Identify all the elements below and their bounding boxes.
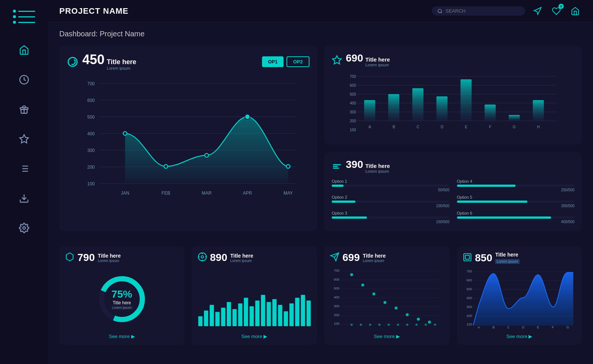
- widget2-title: Title here: [365, 56, 390, 63]
- svg-line-13: [441, 12, 442, 13]
- svg-text:300: 300: [334, 304, 339, 308]
- svg-rect-92: [255, 301, 259, 326]
- scatter-chart-svg: 700 600 500 400 300 200 100: [330, 267, 444, 328]
- column-bars-svg: [198, 269, 312, 329]
- sidebar-item-clock[interactable]: [15, 70, 33, 89]
- widget6-title: Title here: [363, 253, 386, 259]
- breadcrumb-label: Dashboard:: [59, 30, 97, 38]
- widget3-number: 390: [346, 159, 363, 170]
- widget1-btn2[interactable]: OP2: [286, 56, 309, 67]
- breadcrumb-value: Project Name: [100, 30, 145, 38]
- svg-rect-87: [226, 302, 231, 326]
- svg-text:B: B: [492, 325, 494, 329]
- svg-point-76: [198, 253, 206, 261]
- svg-rect-54: [364, 100, 375, 121]
- see-more-w7[interactable]: See more ▶: [463, 331, 577, 339]
- svg-text:400: 400: [350, 101, 356, 105]
- see-more-w4[interactable]: See more ▶: [65, 331, 179, 339]
- top-right-stack: 690 Title here Lorem ipsum: [324, 46, 582, 231]
- download-icon: [19, 193, 29, 203]
- svg-point-132: [406, 324, 408, 326]
- widget6-number: 699: [342, 252, 360, 264]
- header: PROJECT NAME 0: [48, 0, 593, 22]
- svg-rect-61: [533, 100, 544, 121]
- svg-point-124: [417, 318, 420, 321]
- list-icon: [19, 163, 29, 174]
- widget4-header: 790 Title here Lorem ipsum: [65, 252, 179, 264]
- svg-rect-101: [307, 301, 311, 326]
- svg-point-131: [397, 324, 399, 326]
- sidebar-item-download[interactable]: [15, 189, 33, 208]
- sidebar-item-list[interactable]: [15, 159, 33, 178]
- svg-text:700: 700: [466, 269, 472, 273]
- progress-item-1: Option 1 50/500: [332, 179, 450, 192]
- svg-rect-82: [198, 316, 202, 326]
- svg-text:500: 500: [466, 287, 472, 291]
- progress-label-2: Option 2: [332, 195, 450, 199]
- svg-text:700: 700: [334, 269, 339, 272]
- svg-rect-137: [465, 255, 469, 259]
- widget1-subtitle: Lorem ipsum: [107, 66, 136, 70]
- svg-text:C: C: [417, 125, 419, 129]
- widget-bar-chart: 690 Title here Lorem ipsum: [324, 46, 582, 145]
- svg-text:500: 500: [350, 92, 356, 96]
- progress-label-5: Option 5: [457, 195, 575, 199]
- sidebar-item-home[interactable]: [15, 41, 33, 59]
- ring-icon: [67, 56, 79, 68]
- svg-point-37: [205, 153, 209, 157]
- dashboard-content: Dashboard: Project Name 450: [48, 22, 593, 364]
- progress-item-4: Option 4 250/500: [457, 179, 575, 192]
- hexagon-icon: [65, 252, 74, 263]
- widget-donut: 790 Title here Lorem ipsum 75% Title her…: [59, 246, 185, 345]
- dashboard-bottom-row: 790 Title here Lorem ipsum 75% Title her…: [59, 246, 582, 345]
- svg-text:MAR: MAR: [202, 191, 212, 196]
- svg-text:400: 400: [466, 296, 472, 300]
- svg-point-35: [123, 132, 127, 135]
- svg-text:200: 200: [350, 119, 356, 123]
- svg-text:100: 100: [466, 322, 472, 326]
- progress-label-3: Option 3: [332, 211, 450, 215]
- svg-text:100: 100: [334, 322, 339, 325]
- send-icon: [330, 252, 339, 263]
- widget5-title: Title here: [230, 253, 253, 259]
- svg-rect-86: [221, 308, 225, 326]
- svg-text:100: 100: [87, 181, 95, 186]
- heart-icon-btn[interactable]: 0: [550, 4, 563, 18]
- svg-point-77: [201, 256, 203, 258]
- widget-line-chart-header: 450 Title here Lorem ipsum OP1 OP2: [67, 53, 309, 70]
- svg-text:600: 600: [87, 98, 95, 103]
- search-input[interactable]: [445, 8, 520, 14]
- sidebar-logo: [13, 7, 35, 26]
- svg-point-15: [70, 59, 75, 64]
- sidebar-item-gift[interactable]: [15, 100, 33, 119]
- see-more-w5[interactable]: See more ▶: [198, 331, 312, 339]
- progress-label-1: Option 1: [332, 179, 450, 183]
- svg-text:D: D: [441, 125, 443, 129]
- home-icon-btn[interactable]: [569, 4, 582, 18]
- sidebar-item-star[interactable]: [15, 130, 33, 148]
- svg-point-118: [350, 273, 353, 276]
- search-icon: [437, 9, 443, 14]
- svg-point-11: [23, 227, 26, 229]
- widget4-number: 790: [77, 252, 95, 264]
- sidebar-item-settings[interactable]: [15, 219, 33, 237]
- svg-rect-56: [413, 88, 424, 121]
- widget1-btn1[interactable]: OP1: [262, 56, 284, 67]
- svg-text:A: A: [477, 325, 480, 329]
- svg-point-39: [286, 165, 290, 168]
- see-more-w6[interactable]: See more ▶: [330, 331, 444, 339]
- main-content: PROJECT NAME 0: [48, 0, 593, 364]
- bar-chart-svg: 700 600 500 400 300 200 100: [332, 73, 574, 136]
- svg-text:FEB: FEB: [162, 191, 170, 196]
- svg-text:600: 600: [334, 278, 339, 281]
- header-right: 0: [432, 4, 582, 18]
- widget2-subtitle: Lorem ipsum: [365, 63, 390, 67]
- megaphone-icon-btn[interactable]: [531, 4, 544, 18]
- donut-chart-container: 75% Title here Lorem ipsum: [65, 267, 179, 331]
- svg-rect-90: [244, 298, 248, 326]
- widget3-title: Title here: [365, 163, 390, 169]
- widget7-number: 850: [475, 252, 493, 264]
- svg-rect-97: [284, 311, 288, 326]
- widget-line-chart: 450 Title here Lorem ipsum OP1 OP2: [59, 46, 317, 231]
- svg-rect-58: [461, 79, 472, 121]
